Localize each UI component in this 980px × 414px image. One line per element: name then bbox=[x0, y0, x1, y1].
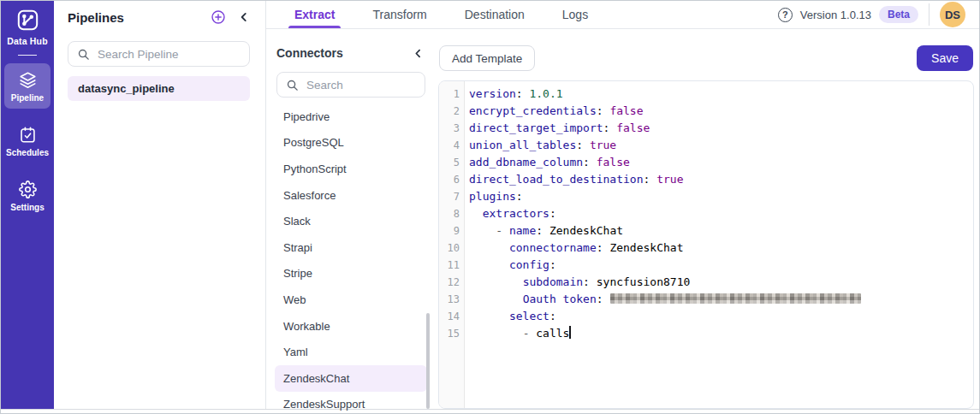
connector-item[interactable]: Pipedrive bbox=[275, 104, 427, 130]
plus-circle-icon bbox=[211, 9, 226, 25]
editor-pane: Add Template Save 123456789101112131415 … bbox=[437, 29, 979, 409]
code-line: Oauth token: bbox=[469, 291, 973, 308]
code-line: plugins: bbox=[469, 188, 973, 205]
code-line: subdomain: syncfusion8710 bbox=[469, 274, 973, 291]
line-number: 12 bbox=[439, 274, 460, 291]
line-number: 7 bbox=[439, 188, 460, 205]
connector-item[interactable]: PostgreSQL bbox=[275, 130, 427, 157]
connector-item[interactable]: Workable bbox=[275, 313, 427, 340]
collapse-connectors-button[interactable] bbox=[413, 48, 424, 59]
pipelines-panel: Pipelines bbox=[54, 1, 266, 409]
connector-item[interactable]: Web bbox=[275, 287, 427, 313]
line-number: 9 bbox=[439, 222, 460, 240]
avatar[interactable]: DS bbox=[940, 2, 965, 27]
app-sidebar: Data Hub Pipeline bbox=[1, 1, 54, 409]
calendar-icon bbox=[19, 126, 37, 144]
save-button[interactable]: Save bbox=[917, 45, 973, 71]
tab-extract[interactable]: Extract bbox=[294, 1, 335, 28]
connector-item[interactable]: ZendeskChat bbox=[275, 365, 427, 392]
sidebar-item-schedules[interactable]: Schedules bbox=[4, 118, 50, 163]
layers-icon bbox=[19, 71, 37, 89]
code-line: encrypt_credentials: false bbox=[469, 103, 973, 120]
code-line: - name: ZendeskChat bbox=[469, 222, 973, 240]
connector-item[interactable]: Stripe bbox=[275, 261, 427, 287]
code-line: direct_target_import: false bbox=[469, 120, 973, 137]
code-line: version: 1.0.1 bbox=[469, 86, 973, 103]
connectors-panel: Connectors bbox=[266, 29, 437, 409]
yaml-code-editor[interactable]: 123456789101112131415 version: 1.0.1encr… bbox=[438, 80, 974, 409]
code-line: - calls bbox=[469, 325, 973, 342]
chevron-left-icon bbox=[413, 48, 424, 59]
header-divider bbox=[929, 3, 930, 26]
connectors-title: Connectors bbox=[276, 46, 343, 60]
code-line: direct_load_to_destination: true bbox=[469, 171, 973, 188]
search-icon bbox=[77, 48, 90, 61]
brand-label: Data Hub bbox=[7, 36, 48, 46]
collapse-pipelines-button[interactable] bbox=[238, 11, 250, 23]
editor-toolbar: Add Template Save bbox=[439, 45, 973, 71]
sidebar-item-label: Schedules bbox=[6, 148, 49, 157]
line-number: 6 bbox=[439, 171, 460, 188]
line-number: 2 bbox=[439, 103, 460, 120]
version-label: Version 1.0.13 bbox=[800, 9, 871, 21]
sidebar-item-label: Settings bbox=[10, 203, 44, 212]
beta-badge: Beta bbox=[879, 6, 918, 23]
tab-destination[interactable]: Destination bbox=[465, 1, 525, 28]
chevron-left-icon bbox=[238, 11, 250, 23]
line-number: 13 bbox=[439, 291, 460, 308]
tab-bar: Extract Transform Destination Logs ? Ver… bbox=[266, 1, 979, 29]
connector-item[interactable]: Yaml bbox=[275, 339, 427, 365]
line-number: 8 bbox=[439, 205, 460, 222]
data-hub-logo[interactable]: Data Hub bbox=[7, 9, 48, 46]
connector-item[interactable]: ZendeskSupport bbox=[275, 392, 427, 414]
code-line: union_all_tables: true bbox=[469, 137, 973, 154]
line-number: 11 bbox=[439, 257, 460, 274]
tab-logs[interactable]: Logs bbox=[562, 1, 588, 28]
connector-item[interactable]: Salesforce bbox=[275, 182, 427, 209]
code-line: connectorname: ZendeskChat bbox=[469, 240, 973, 257]
connector-item[interactable]: PythonScript bbox=[275, 156, 427, 182]
code-line: config: bbox=[469, 257, 973, 274]
pipelines-title: Pipelines bbox=[68, 10, 211, 25]
connectors-scrollbar[interactable] bbox=[426, 313, 430, 409]
app-window: Data Hub Pipeline bbox=[0, 0, 980, 414]
line-number: 4 bbox=[439, 137, 460, 154]
code-line: select: bbox=[469, 308, 973, 325]
line-number: 15 bbox=[439, 325, 460, 342]
connector-item[interactable]: Slack bbox=[275, 208, 427, 234]
sidebar-divider bbox=[18, 55, 37, 56]
pipeline-search-box bbox=[68, 41, 250, 67]
add-pipeline-button[interactable] bbox=[211, 9, 226, 25]
tab-transform[interactable]: Transform bbox=[372, 1, 426, 28]
sidebar-item-settings[interactable]: Settings bbox=[4, 173, 50, 218]
redacted-token bbox=[610, 293, 861, 304]
connector-search-box bbox=[276, 72, 425, 98]
code-line: add_dbname_column: false bbox=[469, 154, 973, 171]
sidebar-item-label: Pipeline bbox=[11, 93, 44, 103]
code-line: extractors: bbox=[469, 205, 973, 222]
sidebar-item-pipeline[interactable]: Pipeline bbox=[4, 63, 50, 109]
search-icon bbox=[286, 79, 299, 92]
help-icon[interactable]: ? bbox=[778, 8, 793, 22]
line-number-gutter: 123456789101112131415 bbox=[439, 81, 465, 408]
data-hub-logo-icon bbox=[16, 9, 39, 32]
add-template-button[interactable]: Add Template bbox=[439, 45, 535, 71]
pipeline-list-item[interactable]: datasync_pipeline bbox=[68, 76, 250, 101]
connector-item[interactable]: Strapi bbox=[275, 234, 427, 261]
line-number: 14 bbox=[439, 308, 460, 325]
line-number: 10 bbox=[439, 240, 460, 257]
line-number: 3 bbox=[439, 120, 460, 137]
gear-icon bbox=[19, 180, 37, 198]
pipeline-search-input[interactable] bbox=[98, 48, 249, 61]
connector-list: PipedrivePostgreSQLPythonScriptSalesforc… bbox=[266, 104, 437, 414]
code-area[interactable]: version: 1.0.1encrypt_credentials: false… bbox=[465, 81, 973, 408]
text-cursor bbox=[569, 326, 571, 339]
line-number: 5 bbox=[439, 154, 460, 171]
connector-search-input[interactable] bbox=[306, 79, 458, 92]
